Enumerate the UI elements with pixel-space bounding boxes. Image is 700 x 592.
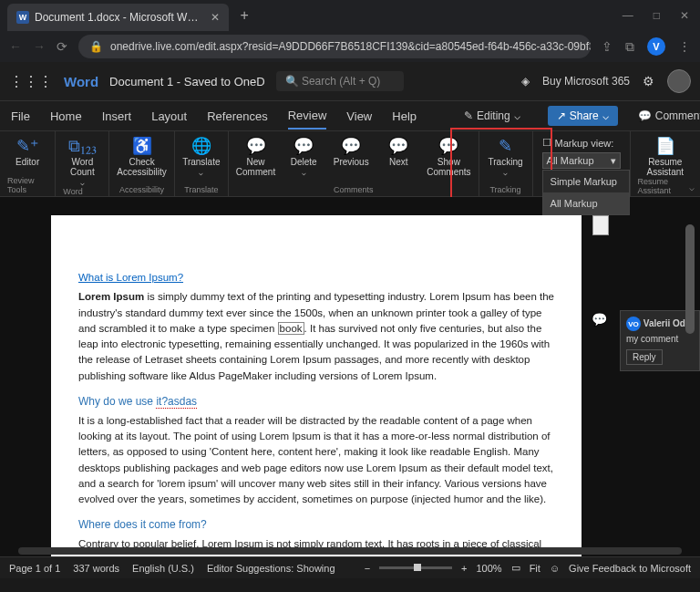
group-label: Accessibility xyxy=(119,185,164,194)
delete-icon: 💬 xyxy=(293,137,314,155)
heading-link[interactable]: What is Lorem Ipsum? xyxy=(78,272,183,283)
tab-file[interactable]: File xyxy=(11,104,30,129)
tab-insert[interactable]: Insert xyxy=(102,104,132,129)
search-input[interactable]: 🔍 Search (Alt + Q) xyxy=(276,71,404,91)
previous-comment-button[interactable]: 💬Previous xyxy=(332,137,370,177)
markup-view-label: Markup view: xyxy=(555,138,614,149)
horizontal-scrollbar[interactable] xyxy=(18,547,682,555)
extensions-icon[interactable]: ⧉ xyxy=(625,39,634,55)
markup-icon: ☐ xyxy=(542,137,551,149)
feedback-link[interactable]: Give Feedback to Microsoft xyxy=(569,563,691,574)
show-comments-button[interactable]: 💬Show Comments xyxy=(427,137,470,177)
resume-icon: 📄 xyxy=(655,137,675,155)
comment-text: my comment xyxy=(626,334,694,344)
zoom-slider[interactable] xyxy=(379,566,452,569)
editor-button[interactable]: ✎⁺Editor xyxy=(8,137,46,167)
new-comment-button[interactable]: 💬New Comment xyxy=(236,137,275,177)
group-label: Tracking xyxy=(489,185,520,194)
reload-icon[interactable]: ⟳ xyxy=(57,39,67,54)
page-indicator[interactable]: Page 1 of 1 xyxy=(9,563,60,574)
zoom-out-button[interactable]: − xyxy=(365,563,370,574)
resume-assistant-button[interactable]: 📄Resume Assistant xyxy=(646,137,685,177)
tab-review[interactable]: Review xyxy=(288,103,327,130)
user-avatar[interactable] xyxy=(667,69,691,93)
language-indicator[interactable]: English (U.S.) xyxy=(132,563,194,574)
share-icon: ↗ xyxy=(557,109,566,122)
address-bar[interactable]: 🔒 onedrive.live.com/edit.aspx?resid=A9DD… xyxy=(78,35,591,58)
share-page-icon[interactable]: ⇪ xyxy=(602,39,612,54)
forward-icon[interactable]: → xyxy=(33,39,46,54)
dropdown-simple-markup[interactable]: Simple Markup xyxy=(543,171,629,192)
url-text: onedrive.live.com/edit.aspx?resid=A9DDD6… xyxy=(110,40,591,53)
zoom-in-button[interactable]: + xyxy=(461,563,467,574)
editor-icon: ✎⁺ xyxy=(16,137,39,155)
back-icon[interactable]: ← xyxy=(9,39,22,54)
check-accessibility-button[interactable]: ♿Check Accessibility xyxy=(117,137,166,177)
browser-urlbar: ← → ⟳ 🔒 onedrive.live.com/edit.aspx?resi… xyxy=(0,31,700,62)
document-title[interactable]: Document 1 - Saved to OneD xyxy=(109,75,265,88)
close-tab-icon[interactable]: ✕ xyxy=(211,11,220,24)
share-button[interactable]: ↗ Share ⌵ xyxy=(548,106,618,126)
translate-button[interactable]: 🌐Translate⌵ xyxy=(182,137,221,177)
tracking-button[interactable]: ✎Tracking⌵ xyxy=(487,137,525,177)
comment-icon: 💬 xyxy=(638,109,652,122)
editing-mode-button[interactable]: ✎ Editing ⌵ xyxy=(457,106,528,126)
group-label: Review Tools xyxy=(7,176,47,194)
status-bar: Page 1 of 1 337 words English (U.S.) Edi… xyxy=(0,556,700,578)
lock-icon: 🔒 xyxy=(89,40,103,53)
tab-layout[interactable]: Layout xyxy=(151,104,187,129)
window-close-icon[interactable]: ✕ xyxy=(680,9,689,22)
search-placeholder: Search (Alt + Q) xyxy=(302,75,380,88)
next-comment-button[interactable]: 💬Next xyxy=(379,137,417,177)
new-tab-button[interactable]: + xyxy=(240,7,248,24)
markup-view-dropdown: Simple Markup All Markup xyxy=(542,170,630,215)
spelling-error: it?asdas xyxy=(156,395,197,409)
tab-home[interactable]: Home xyxy=(50,104,82,129)
chevron-down-icon: ⌵ xyxy=(302,169,306,177)
search-icon: 🔍 xyxy=(285,75,299,88)
buy-microsoft-link[interactable]: Buy Microsoft 365 xyxy=(542,75,630,88)
group-label: Translate xyxy=(184,185,218,194)
markup-view-select[interactable]: All Markup xyxy=(542,152,621,169)
window-minimize-icon[interactable]: — xyxy=(623,9,633,22)
vertical-scrollbar[interactable] xyxy=(685,224,695,334)
chevron-down-icon: ⌵ xyxy=(80,179,85,187)
word-brand[interactable]: Word xyxy=(64,74,98,89)
window-maximize-icon[interactable]: □ xyxy=(654,9,660,22)
previous-icon: 💬 xyxy=(341,137,361,155)
app-launcher-icon[interactable]: ⋮⋮⋮ xyxy=(9,73,53,90)
zoom-level[interactable]: 100% xyxy=(477,563,502,574)
word-count-indicator[interactable]: 337 words xyxy=(73,563,119,574)
dropdown-all-markup[interactable]: All Markup xyxy=(543,192,629,214)
document-area: What is Lorem Ipsum? Lorem Ipsum is simp… xyxy=(0,197,700,556)
app-header: ⋮⋮⋮ Word Document 1 - Saved to OneD 🔍 Se… xyxy=(0,62,700,101)
tab-help[interactable]: Help xyxy=(392,104,417,129)
group-label: Resume Assistant xyxy=(638,177,693,195)
browser-tab[interactable]: W Document 1.docx - Microsoft W… ✕ xyxy=(7,4,229,31)
tab-references[interactable]: References xyxy=(207,104,267,129)
reply-button[interactable]: Reply xyxy=(626,349,663,365)
commenter-name: Valerii Odir xyxy=(643,318,692,328)
ribbon: ✎⁺Editor Review Tools ⧉₁₂₃Word Count⌵ Wo… xyxy=(0,131,700,197)
page-edge xyxy=(592,215,609,235)
fit-button[interactable]: Fit xyxy=(530,563,540,574)
ribbon-collapse-icon[interactable]: ⌵ xyxy=(689,182,695,192)
markup-view-group: ☐ Markup view: All Markup Simple Markup … xyxy=(533,131,630,196)
group-label: Comments xyxy=(334,185,374,194)
comment-marker-icon[interactable]: 💬 xyxy=(592,312,607,327)
word-count-button[interactable]: ⧉₁₂₃Word Count⌵ xyxy=(63,137,101,187)
commenter-avatar: VO xyxy=(626,317,641,331)
delete-comment-button[interactable]: 💬Delete⌵ xyxy=(284,137,323,177)
translate-icon: 🌐 xyxy=(191,137,211,155)
settings-icon[interactable]: ⚙ xyxy=(643,74,654,88)
tracking-icon: ✎ xyxy=(499,137,512,155)
tab-view[interactable]: View xyxy=(346,104,372,129)
editor-suggestions-indicator[interactable]: Editor Suggestions: Showing xyxy=(207,563,335,574)
ribbon-tabs: File Home Insert Layout References Revie… xyxy=(0,101,700,131)
pen-icon: ✎ xyxy=(464,109,473,122)
document-page[interactable]: What is Lorem Ipsum? Lorem Ipsum is simp… xyxy=(51,215,582,556)
comments-button[interactable]: 💬 Comments xyxy=(638,109,700,122)
word-count-icon: ⧉₁₂₃ xyxy=(68,137,97,155)
browser-profile-avatar[interactable]: V xyxy=(647,37,665,56)
browser-menu-icon[interactable]: ⋮ xyxy=(678,39,691,54)
